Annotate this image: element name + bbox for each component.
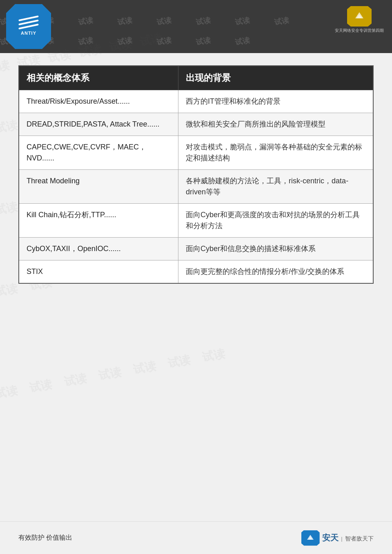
- table-row-col2-2: 对攻击模式，脆弱点，漏洞等各种基础的安全元素的标定和描述结构: [178, 136, 373, 170]
- table-row-col2-6: 面向更完整的综合性的情报分析/作业/交换的体系: [178, 260, 373, 284]
- logo-lines: [18, 18, 39, 27]
- table-row-col2-3: 各种威胁建模的方法论，工具，risk-centric，data-driven等等: [178, 170, 373, 204]
- table-row-1: DREAD,STRIDE,PASTA, Attack Tree......微软和…: [19, 113, 373, 136]
- header: 试读 试读 试读 试读 试读 试读 试读 试读 试读 试读 试读 试读 试读 试…: [0, 0, 392, 53]
- table-row-col2-0: 西方的IT管理和标准化的背景: [178, 90, 373, 113]
- table-row-4: Kill Chain,钻石分析,TTP......面向Cyber和更高强度的攻击…: [19, 204, 373, 238]
- main-content: 相关的概念体系 出现的背景 Threat/Risk/Exposure/Asset…: [0, 53, 392, 296]
- concept-table: 相关的概念体系 出现的背景 Threat/Risk/Exposure/Asset…: [18, 65, 374, 284]
- col2-header: 出现的背景: [178, 66, 373, 90]
- table-row-col2-1: 微软和相关安全厂商所推出的风险管理模型: [178, 113, 373, 136]
- table-row-col1-3: Threat Modeling: [19, 170, 178, 204]
- table-row-col2-5: 面向Cyber和信息交换的描述和标准体系: [178, 238, 373, 260]
- table-row-3: Threat Modeling各种威胁建模的方法论，工具，risk-centri…: [19, 170, 373, 204]
- col1-header: 相关的概念体系: [19, 66, 178, 90]
- footer-brand: 安天 | 智者敌天下: [322, 532, 374, 543]
- table-row-col2-4: 面向Cyber和更高强度的攻击和对抗的场景的分析工具和分析方法: [178, 204, 373, 238]
- footer-slogan: 有效防护 价值输出: [18, 534, 72, 542]
- table-row-col1-6: STIX: [19, 260, 178, 284]
- table-row-6: STIX面向更完整的综合性的情报分析/作业/交换的体系: [19, 260, 373, 284]
- brand-label: 安天网络安全专训营第四期: [335, 28, 384, 33]
- antiy-text: ANTIY: [21, 31, 36, 36]
- brand-icon: [347, 6, 372, 27]
- table-row-5: CybOX,TAXII，OpenIOC......面向Cyber和信息交换的描述…: [19, 238, 373, 260]
- table-row-0: Threat/Risk/Exposure/Asset......西方的IT管理和…: [19, 90, 373, 113]
- footer: 有效防护 价值输出 安天 | 智者敌天下: [0, 521, 392, 554]
- table-row-2: CAPEC,CWE,CVE,CVRF，MAEC，NVD......对攻击模式，脆…: [19, 136, 373, 170]
- table-row-col1-1: DREAD,STRIDE,PASTA, Attack Tree......: [19, 113, 178, 136]
- table-row-col1-2: CAPEC,CWE,CVE,CVRF，MAEC，NVD......: [19, 136, 178, 170]
- footer-brand-name: 安天: [322, 533, 339, 542]
- table-row-col1-4: Kill Chain,钻石分析,TTP......: [19, 204, 178, 238]
- header-watermark: 试读 试读 试读 试读 试读 试读 试读 试读 试读 试读 试读 试读 试读 试…: [0, 0, 392, 53]
- footer-brand-sub: 智者敌天下: [345, 535, 374, 542]
- table-row-col1-0: Threat/Risk/Exposure/Asset......: [19, 90, 178, 113]
- antiy-logo: ANTIY: [6, 4, 51, 49]
- footer-logo-icon: [301, 530, 320, 546]
- footer-right: 安天 | 智者敌天下: [301, 530, 374, 546]
- table-row-col1-5: CybOX,TAXII，OpenIOC......: [19, 238, 178, 260]
- header-right-brand: 安天网络安全专训营第四期: [335, 6, 384, 33]
